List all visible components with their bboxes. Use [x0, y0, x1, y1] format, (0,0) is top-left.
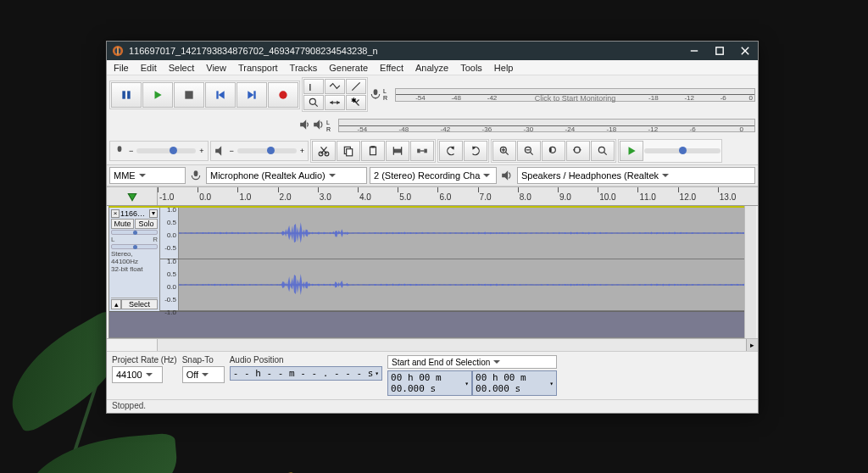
menu-edit[interactable]: Edit: [135, 61, 163, 75]
edit-toolbar: [310, 139, 436, 163]
menu-help[interactable]: Help: [488, 61, 520, 75]
timeline-ruler[interactable]: -1.00.01.02.03.04.05.06.07.08.09.010.011…: [158, 187, 758, 205]
horizontal-scrollbar[interactable]: ▸: [107, 338, 758, 351]
selection-mode-select[interactable]: Start and End of Selection: [387, 355, 557, 369]
fit-project-button[interactable]: [566, 141, 590, 161]
record-button[interactable]: [268, 82, 298, 108]
pan-slider[interactable]: [111, 244, 158, 249]
menubar: File Edit Select View Transport Tracks G…: [107, 60, 758, 75]
undo-button[interactable]: [439, 141, 463, 161]
recording-channels-select[interactable]: 2 (Stereo) Recording Cha: [370, 167, 497, 184]
speaker-icon: [214, 145, 226, 157]
close-button[interactable]: [732, 42, 758, 60]
menu-tracks[interactable]: Tracks: [284, 61, 324, 75]
zoom-out-button[interactable]: [517, 141, 541, 161]
vertical-scrollbar[interactable]: [744, 206, 756, 338]
empty-track-area[interactable]: [109, 312, 755, 337]
recording-meter[interactable]: -54 -48 -42 Click to Start Monitoring -1…: [395, 88, 755, 102]
cut-button[interactable]: [312, 141, 336, 161]
audio-track: × 116697017_ ▾ Mute Solo LR Stereo, 4410…: [109, 208, 755, 312]
svg-rect-11: [216, 91, 218, 98]
menu-transport[interactable]: Transport: [232, 61, 284, 75]
menu-view[interactable]: View: [200, 61, 232, 75]
gain-slider[interactable]: [111, 230, 158, 235]
svg-rect-36: [371, 146, 376, 147]
project-rate-label: Project Rate (Hz): [112, 355, 177, 364]
svg-marker-20: [330, 101, 333, 105]
fit-selection-button[interactable]: [542, 141, 565, 161]
draw-tool-icon[interactable]: [346, 79, 366, 94]
svg-rect-37: [393, 149, 401, 153]
menu-analyze[interactable]: Analyze: [409, 61, 454, 75]
menu-file[interactable]: File: [108, 61, 135, 75]
titlebar[interactable]: 116697017_1421793834876702_4693477908234…: [107, 42, 758, 60]
right-channel[interactable]: 1.00.50.0-0.5-1.0: [160, 259, 755, 311]
maximize-button[interactable]: [707, 42, 732, 60]
audio-position-field[interactable]: - - h - - m - - . - - - s▾: [230, 366, 382, 381]
selection-tool-icon[interactable]: I: [303, 79, 324, 94]
minimize-button[interactable]: [682, 42, 707, 60]
scroll-right-icon[interactable]: ▸: [746, 339, 758, 351]
left-channel[interactable]: 1.00.50.0-0.5-1.0: [160, 208, 755, 259]
copy-button[interactable]: [337, 141, 360, 161]
trim-button[interactable]: [386, 141, 409, 161]
skip-end-button[interactable]: [236, 82, 267, 108]
recording-device-select[interactable]: Microphone (Realtek Audio): [206, 167, 367, 184]
playback-volume-slider[interactable]: − +: [210, 141, 309, 161]
speaker-device-icon: [499, 168, 515, 183]
undo-redo-toolbar: [437, 139, 489, 163]
waveform-area[interactable]: 1.00.50.0-0.5-1.0 1.00.50.0-0.5-1.0: [160, 208, 755, 311]
snap-to-select[interactable]: Off: [182, 366, 225, 383]
solo-button[interactable]: Solo: [135, 219, 158, 229]
zoom-tool-icon[interactable]: [303, 95, 324, 110]
skip-start-button[interactable]: [205, 82, 236, 108]
multi-tool-icon[interactable]: ✱: [346, 95, 366, 110]
track-select-button[interactable]: Select: [121, 299, 158, 309]
selection-end-field[interactable]: 00 h 00 m 00.000 s▾: [472, 370, 557, 396]
project-rate-select[interactable]: 44100: [112, 366, 163, 383]
stop-button[interactable]: [174, 82, 204, 108]
pinned-play-head[interactable]: [107, 187, 158, 205]
status-bar: Stopped.: [107, 399, 758, 413]
playback-speed-slider[interactable]: [644, 148, 721, 153]
play-at-speed-button[interactable]: [620, 141, 643, 161]
track-menu-button[interactable]: ▾: [149, 209, 158, 218]
menu-tools[interactable]: Tools: [454, 61, 488, 75]
playback-meter[interactable]: -54 -48 -42 -36 -30 -24 -18 -12 -6 0: [338, 119, 755, 132]
mute-button[interactable]: Mute: [111, 219, 134, 229]
audio-host-select[interactable]: MME: [109, 167, 186, 184]
speaker-meter-icon: [313, 119, 325, 132]
recording-volume-slider[interactable]: − +: [109, 141, 209, 161]
zoom-in-button[interactable]: [492, 141, 516, 161]
collapse-button[interactable]: ▴: [111, 299, 121, 309]
menu-generate[interactable]: Generate: [323, 61, 374, 75]
track-name[interactable]: 116697017_: [120, 209, 148, 218]
redo-button[interactable]: [464, 141, 487, 161]
play-meter-lr-label: LR: [326, 120, 337, 132]
playback-device-select[interactable]: Speakers / Headphones (Realtek: [517, 167, 755, 184]
mic-icon: [114, 145, 125, 157]
tools-toolbar: I ✱: [302, 77, 368, 112]
track-close-button[interactable]: ×: [111, 209, 120, 218]
svg-marker-25: [300, 120, 306, 130]
svg-rect-41: [424, 149, 427, 153]
svg-line-18: [314, 103, 318, 107]
menu-effect[interactable]: Effect: [374, 61, 409, 75]
paste-button[interactable]: [361, 141, 385, 161]
status-text: Stopped.: [112, 401, 146, 410]
selection-toolbar: Project Rate (Hz) 44100 Snap-To Off Audi…: [107, 351, 758, 399]
speaker-tool-icon[interactable]: [299, 119, 311, 132]
pause-button[interactable]: [111, 82, 142, 108]
waveform-left: [179, 208, 755, 259]
zoom-toolbar: [491, 139, 616, 163]
amplitude-scale-left: 1.00.50.0-0.5-1.0: [160, 208, 179, 259]
silence-button[interactable]: [410, 141, 434, 161]
selection-start-field[interactable]: 00 h 00 m 00.000 s▾: [387, 370, 472, 396]
transport-toolbar: [109, 81, 300, 109]
menu-select[interactable]: Select: [163, 61, 201, 75]
timeshift-tool-icon[interactable]: [325, 95, 345, 110]
zoom-toggle-button[interactable]: [591, 141, 615, 161]
svg-rect-60: [194, 170, 198, 176]
play-button[interactable]: [142, 82, 173, 108]
envelope-tool-icon[interactable]: [325, 79, 345, 94]
